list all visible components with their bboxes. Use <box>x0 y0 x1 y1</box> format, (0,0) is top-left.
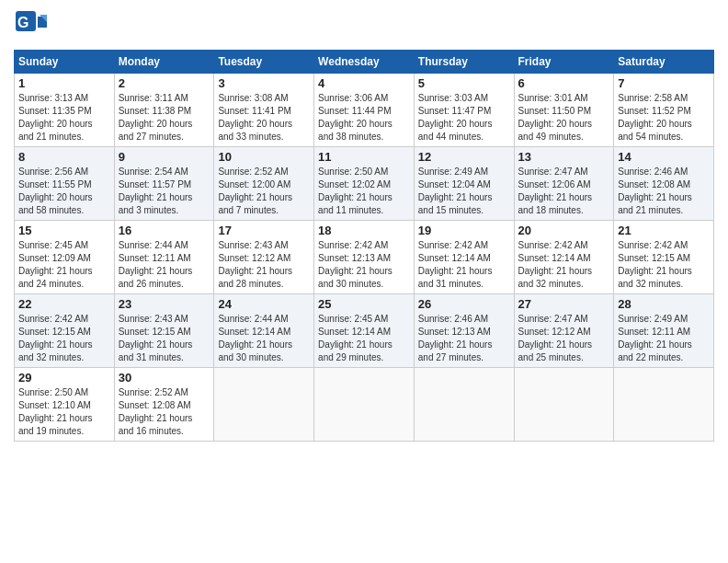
daylight-label: Daylight: 21 hours and 31 minutes. <box>418 266 493 289</box>
day-number: 9 <box>119 150 210 164</box>
calendar-cell: 1 Sunrise: 3:13 AM Sunset: 11:35 PM Dayl… <box>15 74 115 147</box>
sunrise-label: Sunrise: 3:13 AM <box>18 93 88 103</box>
sunset-label: Sunset: 12:08 AM <box>119 400 191 410</box>
daylight-label: Daylight: 20 hours and 33 minutes. <box>218 119 292 142</box>
sunrise-label: Sunrise: 2:42 AM <box>18 314 88 324</box>
calendar-week-row: 1 Sunrise: 3:13 AM Sunset: 11:35 PM Dayl… <box>15 74 714 147</box>
daylight-label: Daylight: 21 hours and 19 minutes. <box>18 413 93 436</box>
day-info: Sunrise: 2:44 AM Sunset: 12:11 AM Daylig… <box>119 239 210 291</box>
sunset-label: Sunset: 12:15 AM <box>18 327 91 337</box>
daylight-label: Daylight: 21 hours and 32 minutes. <box>518 266 593 289</box>
day-info: Sunrise: 2:46 AM Sunset: 12:08 AM Daylig… <box>618 166 710 217</box>
sunrise-label: Sunrise: 2:42 AM <box>518 240 588 250</box>
day-number: 25 <box>318 297 410 311</box>
daylight-label: Daylight: 21 hours and 25 minutes. <box>518 339 593 362</box>
day-info: Sunrise: 2:49 AM Sunset: 12:04 AM Daylig… <box>418 166 510 217</box>
sunset-label: Sunset: 12:09 AM <box>18 253 91 263</box>
sunrise-label: Sunrise: 3:03 AM <box>418 93 488 103</box>
sunset-label: Sunset: 12:15 AM <box>119 327 191 337</box>
calendar-cell: 4 Sunrise: 3:06 AM Sunset: 11:44 PM Dayl… <box>314 74 415 147</box>
sunset-label: Sunset: 12:14 AM <box>218 327 290 337</box>
day-number: 18 <box>318 224 410 237</box>
calendar-cell: 7 Sunrise: 2:58 AM Sunset: 11:52 PM Dayl… <box>614 74 714 147</box>
logo: G <box>14 9 49 42</box>
day-number: 4 <box>318 76 410 90</box>
day-info: Sunrise: 3:06 AM Sunset: 11:44 PM Daylig… <box>318 92 410 144</box>
sunset-label: Sunset: 12:12 AM <box>518 327 591 337</box>
sunrise-label: Sunrise: 2:46 AM <box>418 314 488 324</box>
calendar-cell: 11 Sunrise: 2:50 AM Sunset: 12:02 AM Day… <box>314 147 415 221</box>
day-info: Sunrise: 3:11 AM Sunset: 11:38 PM Daylig… <box>119 92 210 144</box>
calendar-cell: 18 Sunrise: 2:42 AM Sunset: 12:13 AM Day… <box>314 221 415 294</box>
day-info: Sunrise: 3:01 AM Sunset: 11:50 PM Daylig… <box>518 92 610 144</box>
day-number: 17 <box>218 224 310 237</box>
day-number: 21 <box>618 224 710 237</box>
calendar-cell: 9 Sunrise: 2:54 AM Sunset: 11:57 PM Dayl… <box>114 147 214 221</box>
day-info: Sunrise: 2:42 AM Sunset: 12:13 AM Daylig… <box>318 239 410 291</box>
sunset-label: Sunset: 12:11 AM <box>119 253 191 263</box>
sunrise-label: Sunrise: 2:47 AM <box>518 167 588 177</box>
sunset-label: Sunset: 11:52 PM <box>618 106 691 116</box>
sunset-label: Sunset: 12:00 AM <box>218 179 290 190</box>
header: G <box>14 9 714 42</box>
day-number: 6 <box>518 76 610 90</box>
daylight-label: Daylight: 21 hours and 11 minutes. <box>318 192 392 215</box>
sunrise-label: Sunrise: 2:54 AM <box>119 167 188 177</box>
day-info: Sunrise: 2:58 AM Sunset: 11:52 PM Daylig… <box>618 92 710 144</box>
calendar-cell: 17 Sunrise: 2:43 AM Sunset: 12:12 AM Day… <box>214 221 314 294</box>
calendar-cell: 8 Sunrise: 2:56 AM Sunset: 11:55 PM Dayl… <box>15 147 115 221</box>
calendar-cell: 6 Sunrise: 3:01 AM Sunset: 11:50 PM Dayl… <box>514 74 614 147</box>
day-number: 19 <box>418 224 510 237</box>
sunset-label: Sunset: 12:06 AM <box>518 179 591 190</box>
daylight-label: Daylight: 21 hours and 15 minutes. <box>418 192 493 215</box>
sunrise-label: Sunrise: 2:49 AM <box>618 314 688 324</box>
sunset-label: Sunset: 12:12 AM <box>218 253 290 263</box>
calendar-week-row: 15 Sunrise: 2:45 AM Sunset: 12:09 AM Day… <box>15 221 714 294</box>
calendar-cell: 21 Sunrise: 2:42 AM Sunset: 12:15 AM Day… <box>614 221 714 294</box>
day-info: Sunrise: 2:43 AM Sunset: 12:15 AM Daylig… <box>119 313 210 364</box>
day-number: 12 <box>418 150 510 164</box>
sunset-label: Sunset: 11:38 PM <box>119 106 192 116</box>
calendar-cell: 25 Sunrise: 2:45 AM Sunset: 12:14 AM Day… <box>314 294 415 368</box>
calendar-cell: 3 Sunrise: 3:08 AM Sunset: 11:41 PM Dayl… <box>214 74 314 147</box>
daylight-label: Daylight: 21 hours and 27 minutes. <box>418 339 493 362</box>
sunset-label: Sunset: 11:41 PM <box>218 106 291 116</box>
sunrise-label: Sunrise: 3:01 AM <box>518 93 588 103</box>
day-number: 29 <box>18 371 110 385</box>
sunrise-label: Sunrise: 2:52 AM <box>119 387 188 397</box>
calendar-cell <box>414 368 514 442</box>
day-info: Sunrise: 2:42 AM Sunset: 12:14 AM Daylig… <box>418 239 510 291</box>
day-number: 24 <box>218 297 310 311</box>
daylight-label: Daylight: 20 hours and 44 minutes. <box>418 119 493 142</box>
calendar-cell: 28 Sunrise: 2:49 AM Sunset: 12:11 AM Day… <box>614 294 714 368</box>
sunset-label: Sunset: 11:47 PM <box>418 106 492 116</box>
calendar-week-row: 8 Sunrise: 2:56 AM Sunset: 11:55 PM Dayl… <box>15 147 714 221</box>
calendar-cell: 29 Sunrise: 2:50 AM Sunset: 12:10 AM Day… <box>15 368 115 442</box>
day-number: 15 <box>18 224 110 237</box>
calendar-cell <box>314 368 415 442</box>
day-number: 1 <box>18 76 110 90</box>
sunrise-label: Sunrise: 3:11 AM <box>119 93 188 103</box>
daylight-label: Daylight: 21 hours and 31 minutes. <box>119 339 193 362</box>
day-number: 11 <box>318 150 410 164</box>
calendar-cell: 27 Sunrise: 2:47 AM Sunset: 12:12 AM Day… <box>514 294 614 368</box>
day-number: 23 <box>119 297 210 311</box>
day-info: Sunrise: 2:54 AM Sunset: 11:57 PM Daylig… <box>119 166 210 217</box>
page: G SundayMondayTuesdayWednesdayThursdayFr… <box>0 0 728 563</box>
calendar-cell: 13 Sunrise: 2:47 AM Sunset: 12:06 AM Day… <box>514 147 614 221</box>
sunrise-label: Sunrise: 2:49 AM <box>418 167 488 177</box>
calendar-cell <box>514 368 614 442</box>
calendar-header-sunday: Sunday <box>15 51 115 74</box>
day-number: 16 <box>119 224 210 237</box>
calendar-cell: 15 Sunrise: 2:45 AM Sunset: 12:09 AM Day… <box>15 221 115 294</box>
day-info: Sunrise: 3:08 AM Sunset: 11:41 PM Daylig… <box>218 92 310 144</box>
daylight-label: Daylight: 21 hours and 28 minutes. <box>218 266 292 289</box>
daylight-label: Daylight: 20 hours and 27 minutes. <box>119 119 193 142</box>
daylight-label: Daylight: 20 hours and 38 minutes. <box>318 119 392 142</box>
sunset-label: Sunset: 11:50 PM <box>518 106 592 116</box>
calendar-cell: 10 Sunrise: 2:52 AM Sunset: 12:00 AM Day… <box>214 147 314 221</box>
day-info: Sunrise: 2:47 AM Sunset: 12:12 AM Daylig… <box>518 313 610 364</box>
sunrise-label: Sunrise: 2:44 AM <box>218 314 288 324</box>
calendar-week-row: 29 Sunrise: 2:50 AM Sunset: 12:10 AM Day… <box>15 368 714 442</box>
sunset-label: Sunset: 11:35 PM <box>18 106 92 116</box>
